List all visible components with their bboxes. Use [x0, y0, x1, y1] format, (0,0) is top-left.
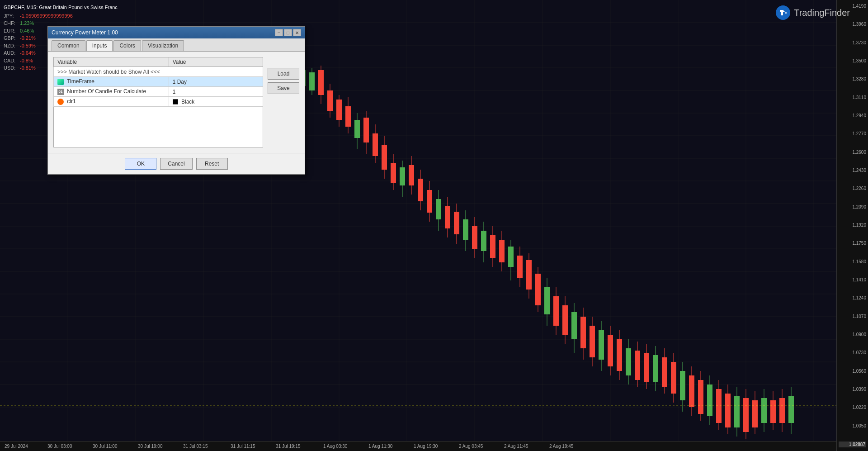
price-tick-19: 1.0900 [839, 332, 866, 337]
color-value-cell[interactable]: Black [169, 97, 263, 107]
dialog-controls: − □ ✕ [275, 29, 301, 36]
svg-rect-97 [599, 330, 604, 360]
svg-rect-125 [725, 394, 731, 427]
svg-rect-121 [707, 385, 712, 416]
minimize-button[interactable]: − [275, 29, 283, 36]
tab-colors[interactable]: Colors [113, 40, 141, 51]
svg-rect-103 [626, 348, 631, 375]
svg-rect-67 [463, 219, 468, 240]
time-tick-11: 2 Aug 03:45 [459, 444, 483, 449]
time-tick-13: 2 Aug 19:45 [549, 444, 573, 449]
maximize-button[interactable]: □ [284, 29, 292, 36]
price-tick-16: 1.1410 [839, 277, 866, 282]
timeframe-variable-cell[interactable]: TimeFrame [54, 77, 169, 87]
currency-val-jpy: -1.05909999999999996 [20, 12, 73, 20]
svg-rect-101 [617, 339, 622, 371]
price-tick-15: 1.1580 [839, 259, 866, 264]
svg-rect-73 [490, 235, 495, 258]
cancel-button[interactable]: Cancel [160, 158, 192, 170]
tab-inputs[interactable]: Inputs [86, 40, 113, 51]
svg-rect-89 [562, 305, 568, 335]
color-swatch-black [173, 99, 178, 104]
table-row-color[interactable]: clr1 Black [54, 97, 263, 107]
candles-value-cell[interactable]: 1 [169, 87, 263, 97]
svg-rect-51 [391, 163, 396, 183]
svg-rect-115 [680, 371, 685, 400]
svg-rect-91 [571, 312, 577, 339]
svg-rect-49 [382, 145, 387, 170]
time-tick-5: 31 Jul 03:15 [183, 444, 208, 449]
currency-name-gbp: GBP: [4, 34, 18, 42]
svg-rect-75 [499, 240, 505, 262]
time-tick-10: 1 Aug 19:30 [414, 444, 438, 449]
svg-rect-35 [318, 70, 324, 95]
svg-rect-109 [653, 355, 658, 382]
time-tick-8: 1 Aug 03:30 [323, 444, 347, 449]
svg-rect-131 [752, 400, 758, 427]
currency-name-usd: USD: [4, 64, 18, 72]
price-tick-5: 1.3280 [839, 76, 866, 81]
timeframe-value-cell[interactable]: 1 Day [169, 77, 263, 87]
side-buttons-area: Load Save [268, 57, 299, 147]
time-axis: 29 Jul 2024 30 Jul 03:00 30 Jul 11:00 30… [0, 441, 836, 451]
price-tick-14: 1.1750 [839, 241, 866, 246]
svg-rect-137 [779, 398, 785, 423]
color-label: clr1 [67, 98, 75, 104]
price-axis: 1.4190 1.3960 1.3730 1.3500 1.3280 1.311… [836, 0, 868, 451]
svg-rect-83 [535, 274, 541, 305]
currency-val-gbp: -0.21% [20, 34, 36, 42]
price-tick-12: 1.2090 [839, 204, 866, 209]
color-variable-cell[interactable]: clr1 [54, 97, 169, 107]
table-row-candles[interactable]: 01 Number Of Candle For Calculate 1 [54, 87, 263, 97]
price-tick-2: 1.3960 [839, 22, 866, 27]
close-button[interactable]: ✕ [293, 29, 301, 36]
currency-val-aud: -0.64% [20, 49, 36, 57]
empty-table-area [53, 107, 263, 147]
reset-button[interactable]: Reset [196, 158, 228, 170]
svg-rect-77 [508, 247, 514, 267]
time-tick-4: 30 Jul 19:00 [138, 444, 163, 449]
currency-val-eur: 0.46% [20, 27, 34, 35]
currency-name-jpy: JPY: [4, 12, 18, 20]
ok-button[interactable]: OK [125, 158, 156, 170]
svg-rect-107 [644, 353, 649, 382]
svg-rect-129 [743, 398, 749, 432]
dialog-titlebar: Currency Power Meter 1.00 − □ ✕ [48, 27, 305, 38]
dialog-table-area: Variable Value >>> Market Watch should b… [53, 57, 299, 147]
currency-name-nzd: NZD: [4, 42, 18, 50]
price-tick-9: 1.2600 [839, 150, 866, 155]
tab-common[interactable]: Common [52, 40, 85, 51]
svg-rect-55 [409, 165, 414, 185]
svg-rect-87 [553, 296, 559, 326]
currency-name-eur: EUR: [4, 27, 18, 35]
price-tick-24: 1.0050 [839, 423, 866, 428]
price-tick-4: 1.3500 [839, 58, 866, 63]
candles-variable-cell[interactable]: 01 Number Of Candle For Calculate [54, 87, 169, 97]
tab-visualization[interactable]: Visualization [142, 40, 184, 51]
svg-rect-53 [400, 167, 405, 185]
svg-rect-105 [635, 351, 640, 380]
table-row-header: >>> Market Watch should be Show All <<< [54, 67, 263, 77]
svg-rect-127 [734, 396, 740, 427]
svg-rect-79 [517, 256, 523, 278]
time-tick-7: 31 Jul 19:15 [276, 444, 301, 449]
col-variable: Variable [54, 57, 169, 67]
svg-rect-99 [608, 335, 613, 366]
price-tick-18: 1.1070 [839, 314, 866, 319]
table-row-timeframe[interactable]: TimeFrame 1 Day [54, 77, 263, 87]
color-value-label: Black [181, 99, 194, 105]
candles-label: Number Of Candle For Calculate [67, 88, 146, 95]
price-tick-23: 1.0220 [839, 405, 866, 410]
svg-rect-41 [345, 106, 351, 127]
candles-icon: 01 [57, 89, 64, 95]
price-tick-6: 1.3110 [839, 95, 866, 100]
svg-rect-43 [354, 120, 360, 138]
price-tick-20: 1.0730 [839, 350, 866, 355]
time-tick-12: 2 Aug 11:45 [504, 444, 528, 449]
save-button[interactable]: Save [268, 82, 299, 94]
price-tick-3: 1.3730 [839, 40, 866, 45]
load-button[interactable]: Load [268, 68, 299, 80]
svg-rect-63 [445, 206, 450, 228]
svg-rect-61 [436, 199, 441, 219]
time-tick-9: 1 Aug 11:30 [368, 444, 392, 449]
